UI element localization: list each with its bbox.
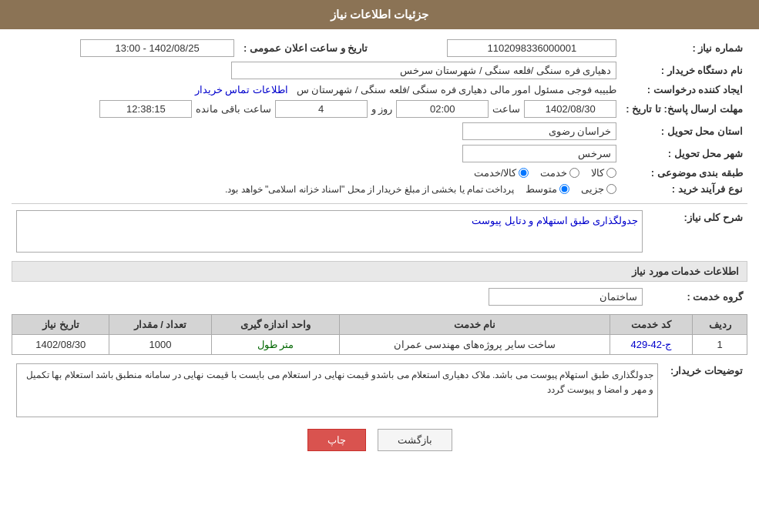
type-radio-group: جزیی متوسط پرداخت تمام یا بخشی از مبلغ خ… (16, 183, 616, 195)
shahr-input: سرخس (462, 145, 616, 162)
mohlat-ersal-inputs: 1402/08/30 ساعت 02:00 روز و 4 ساعت باقی … (16, 100, 616, 118)
col-kod: کد خدمت (610, 315, 693, 335)
saat-label: ساعت (492, 103, 520, 115)
ijad-konande-text: طبیبه فوجی مسئول امور مالی دهیاری فره سن… (297, 84, 617, 95)
radio-motovaset-input[interactable] (559, 184, 569, 194)
radio-kala-khadamat-input[interactable] (519, 168, 529, 178)
col-name: نام خدمت (340, 315, 610, 335)
tozihat-input: جدولگذاری طبق استهلام پیوست می باشد. ملا… (16, 363, 658, 417)
tabaqe-radio-group: کالا خدمت کالا/خدمت (16, 167, 616, 179)
sherh-input: جدولگذاری طبق استهلام و دتایل پیوست (16, 210, 643, 253)
tozihat-label: توضیحات خریدار: (663, 361, 747, 420)
grooh-section: گروه خدمت : ساختمان (12, 286, 747, 308)
info-section: شماره نیاز : 1102098336000001 تاریخ و سا… (12, 37, 747, 197)
sherh-value: جدولگذاری طبق استهلام و دتایل پیوست (12, 208, 647, 255)
sherh-section: شرح کلی نیاز: جدولگذاری طبق استهلام و دت… (12, 208, 747, 255)
tarikh-elan-value: 1402/08/25 - 13:00 (12, 37, 239, 59)
radio-khadamat-input[interactable] (569, 168, 579, 178)
ijad-konande-value: طبیبه فوجی مسئول امور مالی دهیاری فره سن… (12, 82, 621, 98)
ostan-value: خراسان رضوی (12, 120, 621, 142)
page-container: جزئیات اطلاعات نیاز شماره نیاز : 1102098… (0, 0, 759, 532)
baqi-mande-label: ساعت باقی مانده (196, 103, 270, 115)
tozihat-section: توضیحات خریدار: جدولگذاری طبق استهلام پی… (12, 361, 747, 420)
name-dastgah-value: دهیاری فره سنگی /فلعه سنگی / شهرستان سرخ… (12, 59, 621, 82)
radio-kala-input[interactable] (606, 168, 616, 178)
tarikh-elan-input: 1402/08/25 - 13:00 (80, 39, 234, 57)
ostan-label: استان محل تحویل : (621, 120, 747, 142)
type-farayand-label: نوع فرآیند خرید : (621, 181, 747, 197)
grooh-khadamat-label: گروه خدمت : (647, 286, 747, 308)
cell-vahed: متر طول (211, 335, 340, 355)
tozihat-value: جدولگذاری طبق استهلام پیوست می باشد. ملا… (12, 361, 663, 420)
page-header: جزئیات اطلاعات نیاز (0, 0, 759, 29)
grooh-khadamat-input: ساختمان (489, 288, 643, 306)
radio-motovaset-label: متوسط (526, 183, 557, 195)
radio-khadamat-label: خدمت (540, 167, 567, 179)
shahr-value: سرخس (12, 142, 621, 165)
radio-kala-khadamat: کالا/خدمت (474, 167, 529, 179)
radio-kala-label: کالا (591, 167, 604, 179)
sherh-label: شرح کلی نیاز: (647, 208, 747, 255)
baqi-mande-input: 12:38:15 (99, 100, 192, 118)
tarikh-input: 1402/08/30 (524, 100, 616, 118)
cell-tedad: 1000 (109, 335, 211, 355)
name-dastgah-input: دهیاری فره سنگی /فلعه سنگی / شهرستان سرخ… (231, 62, 616, 79)
tarikh-elan-label: تاریخ و ساعت اعلان عمومی : (239, 37, 372, 59)
cell-radif: 1 (693, 335, 747, 355)
radio-kala-khadamat-label: کالا/خدمت (474, 167, 517, 179)
col-tarikh: تاریخ نیاز (12, 315, 109, 335)
services-table-head: ردیف کد خدمت نام خدمت واحد اندازه گیری ت… (12, 315, 747, 335)
buttons-row: بازگشت چاپ (12, 429, 747, 451)
shomare-niaz-value: 1102098336000001 (372, 37, 621, 59)
mohlat-ersal-row: 1402/08/30 ساعت 02:00 روز و 4 ساعت باقی … (12, 98, 621, 120)
rooz-label: روز و (371, 103, 393, 115)
mohlat-ersal-label: مهلت ارسال پاسخ: تا تاریخ : (621, 98, 747, 120)
services-table-body: 1 ج-42-429 ساخت سایر پروژه‌های مهندسی عم… (12, 335, 747, 355)
ijad-konande-label: ایجاد کننده درخواست : (621, 82, 747, 98)
radio-jozei-label: جزیی (581, 183, 604, 195)
tabaqe-label: طبقه بندی موضوعی : (621, 165, 747, 181)
main-content: شماره نیاز : 1102098336000001 تاریخ و سا… (0, 29, 759, 468)
tozihat-text: جدولگذاری طبق استهلام پیوست می باشد. ملا… (26, 370, 653, 395)
type-note: پرداخت تمام یا بخشی از مبلغ خریدار از مح… (225, 184, 514, 195)
saat-input: 02:00 (396, 100, 489, 118)
col-radif: ردیف (693, 315, 747, 335)
ostan-input: خراسان رضوی (462, 122, 616, 140)
shomare-niaz-input: 1102098336000001 (447, 39, 616, 57)
grooh-khadamat-value: ساختمان (12, 286, 647, 308)
radio-khadamat: خدمت (540, 167, 579, 179)
divider1 (12, 203, 747, 204)
type-farayand-value: جزیی متوسط پرداخت تمام یا بخشی از مبلغ خ… (12, 181, 621, 197)
table-row: 1 ج-42-429 ساخت سایر پروژه‌های مهندسی عم… (12, 335, 747, 355)
cell-tarikh: 1402/08/30 (12, 335, 109, 355)
radio-kala: کالا (591, 167, 616, 179)
cell-kod: ج-42-429 (610, 335, 693, 355)
back-button[interactable]: بازگشت (378, 429, 452, 451)
radio-motovaset: متوسط (526, 183, 569, 195)
sherh-text: جدولگذاری طبق استهلام و دتایل پیوست (472, 215, 638, 226)
shahr-label: شهر محل تحویل : (621, 142, 747, 165)
cell-name: ساخت سایر پروژه‌های مهندسی عمران (340, 335, 610, 355)
rooz-input: 4 (275, 100, 368, 118)
radio-jozei: جزیی (581, 183, 616, 195)
shomare-niaz-label: شماره نیاز : (621, 37, 747, 59)
tabaqe-value: کالا خدمت کالا/خدمت (12, 165, 621, 181)
ettelaat-tamas-link[interactable]: اطلاعات تماس خریدار (195, 84, 288, 95)
col-tedad: تعداد / مقدار (109, 315, 211, 335)
name-dastgah-label: نام دستگاه خریدار : (621, 59, 747, 82)
col-vahed: واحد اندازه گیری (211, 315, 340, 335)
service-info-title: اطلاعات خدمات مورد نیاز (12, 261, 747, 282)
radio-jozei-input[interactable] (606, 184, 616, 194)
print-button[interactable]: چاپ (307, 429, 366, 451)
services-table: ردیف کد خدمت نام خدمت واحد اندازه گیری ت… (12, 314, 747, 355)
page-title: جزئیات اطلاعات نیاز (331, 8, 428, 21)
